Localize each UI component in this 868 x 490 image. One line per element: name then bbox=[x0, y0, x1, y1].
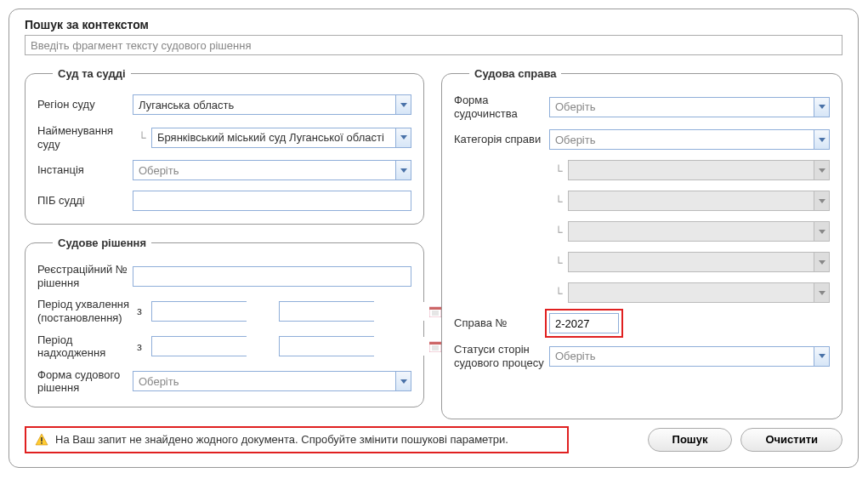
tree-branch-icon: └ bbox=[549, 225, 568, 238]
svg-rect-6 bbox=[429, 307, 441, 310]
calendar-icon[interactable] bbox=[429, 337, 441, 356]
from-label: з bbox=[133, 340, 146, 353]
select-case-form-text: Оберіть bbox=[550, 100, 814, 113]
svg-rect-20 bbox=[41, 437, 43, 442]
legend-case: Судова справа bbox=[469, 67, 561, 80]
row-caseno: Справа № bbox=[454, 312, 830, 334]
row-subcat-3: └ bbox=[454, 220, 830, 242]
label-case-cat: Категорія справи bbox=[454, 133, 549, 146]
row-subcat-2: └ bbox=[454, 190, 830, 212]
select-instance[interactable]: Оберіть bbox=[133, 160, 411, 180]
date-to-2[interactable] bbox=[279, 336, 374, 356]
date-to-1[interactable] bbox=[279, 301, 374, 322]
select-courtname[interactable]: Брянківський міський суд Луганської обла… bbox=[151, 128, 411, 148]
fieldset-court: Суд та судді Регіон суду Луганська облас… bbox=[25, 67, 424, 225]
label-region: Регіон суду bbox=[37, 98, 133, 111]
label-status: Статуси сторін судового процесу bbox=[454, 343, 549, 369]
legend-court: Суд та судді bbox=[53, 67, 131, 80]
label-decision-form: Форма судового рішення bbox=[37, 368, 133, 395]
chevron-down-icon bbox=[814, 283, 829, 302]
row-instance: Інстанція Оберіть bbox=[37, 159, 411, 181]
row-subcat-4: └ bbox=[454, 251, 830, 273]
search-button[interactable]: Пошук bbox=[648, 428, 733, 452]
tree-branch-icon: └ bbox=[549, 164, 568, 177]
date-from-2[interactable] bbox=[151, 336, 247, 356]
context-title: Пошук за контекстом bbox=[25, 18, 842, 31]
tree-branch-icon: └ bbox=[549, 195, 568, 208]
label-judge: ПІБ судді bbox=[37, 194, 133, 208]
date-from-1[interactable] bbox=[151, 301, 247, 322]
chevron-down-icon bbox=[395, 372, 411, 390]
warning-icon bbox=[35, 433, 48, 447]
chevron-down-icon bbox=[814, 161, 829, 179]
tree-branch-icon: └ bbox=[133, 131, 151, 144]
chevron-down-icon bbox=[814, 347, 829, 366]
tree-branch-icon: └ bbox=[549, 287, 568, 299]
label-period1: Період ухвалення (постановлення) bbox=[37, 298, 133, 324]
fieldset-case: Судова справа Форма судочинства Оберіть … bbox=[441, 67, 842, 419]
clear-button[interactable]: Очистити bbox=[740, 428, 842, 452]
label-regno: Реєстраційний № рішення bbox=[37, 263, 133, 289]
row-judge: ПІБ судді bbox=[37, 190, 411, 212]
select-decision-form-text: Оберіть bbox=[133, 375, 395, 388]
row-status: Статуси сторін судового процесу Оберіть bbox=[454, 343, 830, 369]
svg-rect-16 bbox=[429, 342, 441, 345]
row-courtname: Найменування суду └ Брянківський міський… bbox=[37, 124, 411, 151]
button-group: Пошук Очистити bbox=[648, 428, 842, 452]
label-instance: Інстанція bbox=[37, 163, 133, 177]
bottom-bar: На Ваш запит не знайдено жодного докумен… bbox=[25, 426, 842, 453]
chevron-down-icon bbox=[814, 98, 829, 117]
select-decision-form[interactable]: Оберіть bbox=[133, 371, 411, 391]
chevron-down-icon bbox=[814, 222, 829, 241]
context-input[interactable] bbox=[25, 35, 842, 55]
from-label: з bbox=[133, 305, 146, 317]
label-period2: Період надходження bbox=[37, 333, 133, 360]
input-regno[interactable] bbox=[133, 266, 411, 287]
row-case-form: Форма судочинства Оберіть bbox=[454, 94, 830, 120]
row-decision-form: Форма судового рішення Оберіть bbox=[37, 368, 411, 395]
select-subcat-2 bbox=[568, 191, 830, 211]
date-to-1-input[interactable] bbox=[280, 302, 429, 321]
select-instance-text: Оберіть bbox=[133, 164, 395, 177]
row-period1: Період ухвалення (постановлення) з по bbox=[37, 298, 411, 324]
label-case-form: Форма судочинства bbox=[454, 94, 549, 120]
row-regno: Реєстраційний № рішення bbox=[37, 263, 411, 289]
row-region: Регіон суду Луганська область bbox=[37, 94, 411, 116]
select-subcat-1 bbox=[568, 160, 830, 180]
svg-rect-21 bbox=[41, 442, 43, 444]
chevron-down-icon bbox=[395, 161, 411, 179]
left-column: Суд та судді Регіон суду Луганська облас… bbox=[25, 67, 424, 419]
select-region[interactable]: Луганська область bbox=[133, 94, 411, 115]
row-case-cat: Категорія справи Оберіть bbox=[454, 128, 830, 151]
select-case-cat-text: Оберіть bbox=[550, 134, 814, 146]
tree-branch-icon: └ bbox=[549, 256, 568, 269]
caseno-highlight bbox=[547, 311, 621, 336]
date-group-2: з по bbox=[133, 336, 411, 356]
select-case-form[interactable]: Оберіть bbox=[549, 97, 830, 117]
row-subcat-1: └ bbox=[454, 159, 830, 181]
row-subcat-5: └ bbox=[454, 282, 830, 304]
label-courtname: Найменування суду bbox=[37, 124, 133, 151]
chevron-down-icon bbox=[395, 128, 411, 147]
chevron-down-icon bbox=[814, 130, 829, 149]
calendar-icon[interactable] bbox=[429, 302, 441, 321]
search-panel: Пошук за контекстом Суд та судді Регіон … bbox=[9, 9, 859, 468]
warning-box: На Ваш запит не знайдено жодного докумен… bbox=[25, 426, 569, 453]
chevron-down-icon bbox=[814, 191, 829, 210]
select-status-text: Оберіть bbox=[550, 350, 814, 362]
date-to-2-input[interactable] bbox=[280, 337, 429, 356]
columns: Суд та судді Регіон суду Луганська облас… bbox=[25, 67, 842, 419]
select-subcat-3 bbox=[568, 221, 830, 242]
select-case-cat[interactable]: Оберіть bbox=[549, 129, 830, 150]
warning-text: На Ваш запит не знайдено жодного докумен… bbox=[55, 433, 508, 446]
date-group-1: з по bbox=[133, 301, 411, 322]
fieldset-decision: Судове рішення Реєстраційний № рішення П… bbox=[25, 236, 424, 407]
input-judge[interactable] bbox=[133, 191, 411, 211]
label-caseno: Справа № bbox=[454, 316, 549, 330]
select-status[interactable]: Оберіть bbox=[549, 346, 830, 367]
input-caseno[interactable] bbox=[549, 313, 619, 333]
chevron-down-icon bbox=[395, 95, 411, 114]
chevron-down-icon bbox=[814, 253, 829, 271]
select-region-text: Луганська область bbox=[133, 99, 395, 111]
select-subcat-5 bbox=[568, 282, 830, 303]
